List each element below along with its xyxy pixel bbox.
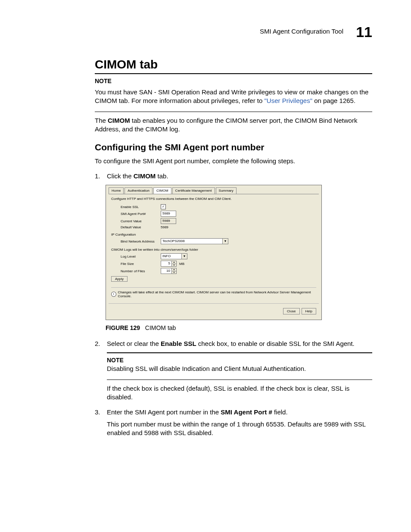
text: check box, to enable or disable SSL for … [196,340,355,347]
subheading: Configuring the SMI Agent port number [95,142,372,152]
ip-config-label: IP Configuration [111,233,316,236]
log-level-value: INFO [161,254,181,259]
current-value: 5989 [161,218,176,224]
close-button[interactable]: Close [283,308,299,314]
num-files-spinner[interactable]: ▲▼ [172,268,177,274]
text: Enter the SMI Agent port number in the [107,408,221,416]
default-value-label: Default Value [111,225,161,229]
apply-button[interactable]: Apply [111,276,128,282]
step-number: 3. [95,408,107,444]
tab-bar: Home Authentication CIMOM Certificate Ma… [106,185,321,194]
text: field. [272,408,288,416]
step-number: 2. [95,339,107,348]
text: Select or clear the [107,340,161,347]
user-privileges-link[interactable]: "User Privileges" [264,97,312,104]
text: Enable SSL [161,340,196,347]
enable-ssl-checkbox[interactable]: ✓ [161,204,166,209]
text: tab enables you to configure the CIMOM s… [95,117,357,133]
note-label: NOTE [95,78,372,84]
note-block: NOTE Disabling SSL will disable Indicati… [107,352,372,401]
file-size-spinner[interactable]: ▲▼ [172,261,177,267]
panel-body: Configure HTTP and HTTPS connections bet… [109,194,319,301]
note-label: NOTE [107,357,372,364]
file-size-input[interactable]: 5 [161,261,172,267]
text: CIMOM [134,172,156,180]
rule [107,352,372,353]
bind-address-value: TechOPS2008 [161,239,222,244]
bind-address-dropdown[interactable]: TechOPS2008 ▼ [161,238,228,244]
chevron-down-icon: ▼ [181,254,187,259]
text: The [95,117,108,124]
text: on page 1265. [312,97,355,104]
tab-certificate-management[interactable]: Certificate Management [172,187,215,194]
paragraph: If the check box is checked (default), S… [107,384,372,402]
tab-authentication[interactable]: Authentication [125,187,153,194]
log-level-label: Log Level [111,255,161,258]
panel-description: Configure HTTP and HTTPS connections bet… [111,197,316,201]
text: tab. [156,172,168,180]
port-input[interactable]: 5989 [161,211,176,217]
info-text: Changes will take effect at the next CIM… [118,290,316,298]
intro-paragraph: The CIMOM tab enables you to configure t… [95,116,372,134]
section-heading: CIMOM tab [95,58,372,72]
file-size-label: File Size [111,262,161,266]
bind-address-label: Bind Network Address [111,240,161,243]
text: Click the [107,172,134,180]
note-text: Disabling SSL will disable Indication an… [107,364,372,373]
port-label: SMI Agent Port# [111,212,161,216]
figure-title: CIMOM tab [145,324,176,331]
cimom-dialog: Home Authentication CIMOM Certificate Ma… [106,185,322,320]
file-size-unit: MB [179,262,184,266]
rule [95,112,372,112]
chapter-number: 11 [356,24,372,40]
step-number: 1. [95,171,107,180]
step-3: 3. Enter the SMI Agent port number in th… [95,408,372,444]
tab-home[interactable]: Home [109,187,124,194]
info-line: i Changes will take effect at the next C… [111,287,316,298]
page: SMI Agent Configuration Tool 11 CIMOM ta… [0,0,411,532]
step-2: 2. Select or clear the Enable SSL check … [95,339,372,348]
figure-caption: FIGURE 129 CIMOM tab [106,324,372,331]
info-icon: i [111,292,116,297]
dialog-footer: Close Help [109,303,319,317]
figure-label: FIGURE 129 [106,324,140,331]
content: CIMOM tab NOTE You must have SAN - SMI O… [95,58,372,444]
enable-ssl-label: Enable SSL [111,205,161,209]
help-button[interactable]: Help [302,308,316,314]
log-level-dropdown[interactable]: INFO ▼ [161,253,187,259]
chevron-down-icon: ▼ [222,239,228,244]
tab-cimom[interactable]: CIMOM [153,187,171,194]
lead-paragraph: To configure the SMI Agent port number, … [95,157,372,165]
logs-text: CIMOM Logs will be written into cimom/se… [111,248,316,252]
num-files-input[interactable]: 10 [161,268,172,274]
rule [95,73,372,74]
num-files-label: Number of Files [111,269,161,273]
header-title: SMI Agent Configuration Tool [260,28,343,35]
note-text: You must have SAN - SMI Operation Read a… [95,88,372,106]
text: CIMOM [108,117,130,124]
paragraph: This port number must be within the rang… [107,420,372,438]
default-value: 5989 [161,225,168,229]
tab-summary[interactable]: Summary [216,187,237,194]
current-value-label: Current Value [111,219,161,223]
rule [107,380,372,380]
running-header: SMI Agent Configuration Tool 11 [39,24,372,40]
text: SMI Agent Port # [221,408,272,416]
step-1: 1. Click the CIMOM tab. [95,171,372,180]
